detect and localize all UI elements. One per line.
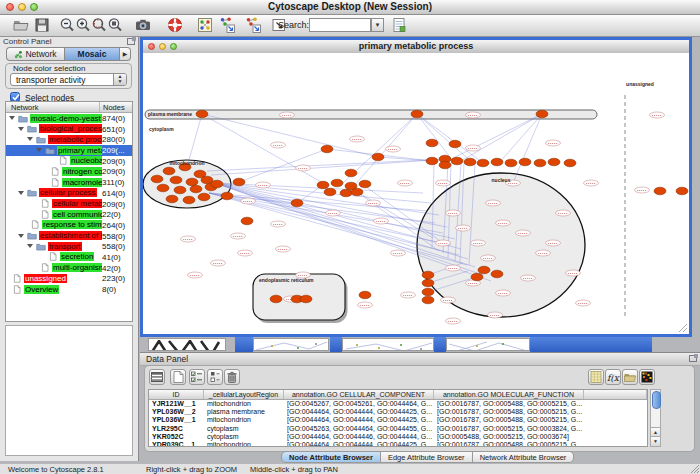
- graph-node-label[interactable]: [441, 297, 456, 303]
- float-panel-icon[interactable]: [127, 38, 135, 45]
- tree-col-network[interactable]: Network: [11, 103, 39, 112]
- new-network-from-selection-button[interactable]: [218, 16, 236, 34]
- attribute-batch-button[interactable]: [207, 369, 223, 385]
- graph-node[interactable]: [676, 187, 688, 195]
- tab-overflow-arrow[interactable]: ▶: [120, 47, 131, 61]
- table-cell[interactable]: [584, 425, 647, 433]
- graph-node[interactable]: [359, 291, 371, 299]
- graph-node[interactable]: [548, 158, 560, 166]
- tab-node-attribute-browser[interactable]: Node Attribute Browser: [281, 451, 381, 463]
- graph-node-label[interactable]: [271, 142, 286, 148]
- table-cell[interactable]: [GO:0016787, GO:0005488, GO:0005215, G..…: [434, 416, 584, 424]
- graph-node-label[interactable]: [446, 318, 461, 324]
- graph-edge[interactable]: [211, 160, 434, 175]
- graph-node-label[interactable]: [241, 198, 256, 204]
- select-attributes-button[interactable]: [149, 369, 165, 385]
- tab-network-attribute-browser[interactable]: Network Attribute Browser: [473, 451, 575, 463]
- network-canvas[interactable]: plasma membranecytoplasmmitochondrionnuc…: [143, 53, 689, 334]
- table-cell[interactable]: [GO:0016787, GO:0005488, GO:0005215, G..…: [434, 400, 584, 408]
- graph-node-label[interactable]: [296, 165, 311, 171]
- graph-edge[interactable]: [513, 114, 542, 183]
- tree-row-mosaic-demo-yeast[interactable]: mosaic-demo-yeast874(0): [6, 113, 132, 124]
- open-file-button[interactable]: [12, 16, 30, 34]
- float-data-panel-icon[interactable]: [689, 355, 697, 362]
- window-resize-grip[interactable]: [690, 464, 700, 474]
- tree-col-nodes[interactable]: Nodes: [103, 103, 125, 112]
- table-cell[interactable]: [GO:0016787, GO:0005488, GO:0005215, G..…: [434, 441, 584, 447]
- table-cell[interactable]: YLR295C: [149, 425, 204, 433]
- graph-node-label[interactable]: [584, 180, 599, 186]
- scroll-down-button[interactable]: ▼: [651, 436, 660, 446]
- graph-node[interactable]: [519, 158, 531, 166]
- graph-node[interactable]: [170, 176, 182, 184]
- graph-node-label[interactable]: [546, 140, 561, 146]
- graph-node[interactable]: [186, 178, 198, 186]
- disclosure-triangle-icon[interactable]: [18, 127, 24, 131]
- graph-node-label[interactable]: [486, 200, 501, 206]
- graph-node-label[interactable]: [280, 112, 295, 118]
- table-row[interactable]: YPL036W__2plasma membrane[GO:0044464, GO…: [149, 408, 647, 416]
- tree-row-secretion[interactable]: secretion41(0): [6, 252, 132, 263]
- graph-node[interactable]: [422, 279, 434, 287]
- region-plasma-membrane[interactable]: [145, 110, 597, 119]
- table-column-header[interactable]: _cellularLayoutRegion: [204, 390, 284, 399]
- close-window-button[interactable]: [6, 3, 14, 11]
- graph-node-label[interactable]: [556, 210, 571, 216]
- zoom-window-button[interactable]: [30, 3, 38, 11]
- graph-edge[interactable]: [353, 114, 417, 187]
- tree-row-multi-organism-pro[interactable]: multi-organism pro42(0): [6, 263, 132, 274]
- graph-node[interactable]: [491, 270, 503, 278]
- graph-node[interactable]: [196, 110, 208, 118]
- graph-node[interactable]: [359, 180, 371, 188]
- graph-node[interactable]: [654, 187, 666, 195]
- disclosure-triangle-icon[interactable]: [18, 234, 24, 238]
- graph-node[interactable]: [439, 161, 451, 169]
- background-window-overview[interactable]: [148, 338, 226, 351]
- graph-node-label[interactable]: [256, 182, 271, 188]
- graph-node[interactable]: [183, 196, 195, 204]
- table-scrollbar[interactable]: ▲ ▼: [650, 389, 661, 447]
- matrix-view-button[interactable]: [588, 369, 604, 385]
- disclosure-triangle-icon[interactable]: [27, 137, 33, 141]
- graph-node-label[interactable]: [496, 290, 511, 296]
- help-lifesaver-button[interactable]: [166, 16, 184, 34]
- graph-node-label[interactable]: [326, 210, 341, 216]
- tree-row-overview[interactable]: Overview8(0): [6, 284, 132, 295]
- graph-node-label[interactable]: [391, 250, 406, 256]
- table-cell[interactable]: cytoplasm: [204, 433, 284, 441]
- graph-node[interactable]: [536, 110, 548, 118]
- tree-row-response-to-stimulu[interactable]: response to stimulu264(0): [6, 220, 132, 231]
- graph-node[interactable]: [324, 188, 336, 196]
- table-cell[interactable]: [584, 408, 647, 416]
- graph-node-label[interactable]: [211, 260, 226, 266]
- table-cell[interactable]: [584, 416, 647, 424]
- snapshot-camera-button[interactable]: [134, 16, 152, 34]
- graph-node[interactable]: [478, 266, 490, 274]
- table-cell[interactable]: [584, 400, 647, 408]
- search-dropdown-button[interactable]: ▼: [371, 18, 384, 32]
- disclosure-triangle-icon[interactable]: [27, 244, 33, 248]
- graph-node[interactable]: [270, 295, 282, 303]
- graph-node[interactable]: [422, 288, 434, 296]
- table-column-header[interactable]: ID: [149, 390, 204, 399]
- delete-attribute-button[interactable]: [224, 369, 240, 385]
- background-window-edge[interactable]: [530, 337, 652, 352]
- table-cell[interactable]: [GO:0044464, GO:0044444, GO:0044425, G..…: [284, 416, 434, 424]
- table-cell[interactable]: [GO:0005488, GO:0005215, GO:0003674]: [434, 433, 584, 441]
- table-cell[interactable]: mitochondrion: [204, 441, 284, 447]
- graph-node[interactable]: [190, 185, 202, 193]
- graph-node[interactable]: [340, 189, 352, 197]
- graph-node-label[interactable]: [238, 250, 253, 256]
- table-cell[interactable]: mitochondrion: [204, 400, 284, 408]
- table-column-header[interactable]: annotation.GO MOLECULAR_FUNCTION: [434, 390, 584, 399]
- scrollbar-thumb[interactable]: [652, 391, 661, 409]
- table-cell[interactable]: mitochondrion: [204, 416, 284, 424]
- table-cell[interactable]: cytoplasm: [204, 425, 284, 433]
- disclosure-triangle-icon[interactable]: [18, 191, 24, 195]
- graph-node[interactable]: [351, 188, 363, 196]
- graph-edge[interactable]: [202, 114, 378, 157]
- graph-node[interactable]: [345, 169, 357, 177]
- node-color-combobox[interactable]: transporter activity ▲▼: [10, 73, 127, 86]
- tree-row-nucleobase-[interactable]: nucleobase-209(0): [6, 156, 132, 167]
- heatmap-view-button[interactable]: [639, 369, 655, 385]
